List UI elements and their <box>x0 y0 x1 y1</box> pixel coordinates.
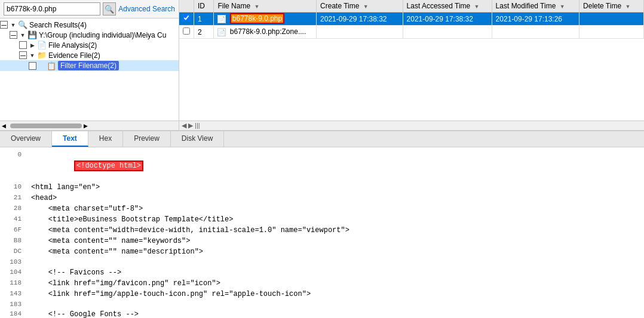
line-offset: 41 <box>2 214 24 224</box>
col-filename-header[interactable]: File Name ▼ <box>214 0 317 13</box>
line-text: <title>eBusiness Bootstrap Template</tit… <box>31 214 233 225</box>
tree-item-evidence-file[interactable]: ─ ▼ 📁 Evidence File(2) <box>0 50 179 60</box>
table-header-row: ID File Name ▼ Create Time ▼ L <box>179 0 644 13</box>
scroll-thumb[interactable] <box>10 124 82 128</box>
line-text: <!doctype html> <box>31 150 143 182</box>
line-offset: 104 <box>2 267 24 277</box>
line-text: <!-- Favicons --> <box>31 267 121 278</box>
advanced-search-link[interactable]: Advanced Search <box>118 5 175 13</box>
tree-item-filter-filename[interactable]: 📋 Filter Filename(2) <box>0 60 179 71</box>
line-offset: 10 <box>2 182 24 192</box>
row-checkbox[interactable] <box>183 27 190 35</box>
main-layout: 🔍 Advanced Search ─ ▼ 🔍 Search Results(4… <box>0 0 644 318</box>
col-delete-header[interactable]: Delete Time ▼ <box>579 0 644 13</box>
row-accessed-cell: 2021-09-29 17:38:32 <box>403 13 492 26</box>
code-line: 143 <link href="img/apple-touch-icon.png… <box>0 289 644 300</box>
tree-item-search-results[interactable]: ─ ▼ 🔍 Search Results(4) <box>0 20 179 30</box>
tree-expand[interactable]: ▼ <box>28 51 36 60</box>
row-modified-cell: 2021-09-29 17:13:26 <box>492 13 579 26</box>
col-accessed-header[interactable]: Last Accessed Time ▼ <box>403 0 492 13</box>
code-line: 10 <html lang="en"> <box>0 182 644 193</box>
text-content-area[interactable]: 0 <!doctype html> 10 <html lang="en"> 21… <box>0 147 644 318</box>
scroll-right-arrow[interactable]: ▶ <box>82 123 90 129</box>
tree-icon: 💾 <box>27 30 37 39</box>
line-text: <head> <box>31 193 57 203</box>
code-highlight: <!doctype html> <box>74 160 143 171</box>
line-offset: 143 <box>2 289 24 299</box>
tree-checkbox[interactable] <box>19 41 27 49</box>
code-line: 21 <head> <box>0 193 644 203</box>
line-offset: B8 <box>2 236 24 246</box>
tree-icon: 🔍 <box>18 20 27 29</box>
row-id-cell: 1 <box>194 13 214 26</box>
code-line: 41 <title>eBusiness Bootstrap Template</… <box>0 214 644 225</box>
code-line: 6F <meta content="width=device-width, in… <box>0 225 644 236</box>
row-accessed-cell <box>403 26 492 39</box>
file-table: ID File Name ▼ Create Time ▼ L <box>179 0 644 39</box>
row-create-cell <box>317 26 403 39</box>
tree-item-file-analysis[interactable]: ▶ 📄 File Analysis(2) <box>0 40 179 50</box>
line-text: <!-- Google Fonts --> <box>31 309 139 318</box>
tab-disk-view[interactable]: Disk View <box>171 131 224 147</box>
line-text: <meta charset="utf-8"> <box>31 203 143 214</box>
tree-label: Search Results(4) <box>29 21 87 29</box>
tree-expand[interactable]: ▶ <box>28 41 36 50</box>
row-create-cell: 2021-09-29 17:38:32 <box>317 13 403 26</box>
tree-item-group[interactable]: ─ ▼ 💾 Y:\Group (including individual)\Me… <box>0 30 179 40</box>
col-create-header[interactable]: Create Time ▼ <box>317 0 403 13</box>
col-modified-header[interactable]: Last Modified Time ▼ <box>492 0 579 13</box>
row-modified-cell <box>492 26 579 39</box>
search-input[interactable] <box>4 2 100 16</box>
right-panel: ID File Name ▼ Create Time ▼ L <box>179 0 644 130</box>
row-checkbox-cell[interactable] <box>179 13 194 26</box>
line-offset: 183 <box>2 300 24 310</box>
accessed-sort-icon: ▼ <box>474 4 480 10</box>
tree-checkbox[interactable] <box>29 62 36 70</box>
tree-icon: 📋 <box>47 61 56 70</box>
search-bar: 🔍 Advanced Search <box>0 0 179 18</box>
table-row[interactable]: 1 📄 b6778k-9.0.php 2021-09-29 17:38:32 2… <box>179 13 644 26</box>
tab-preview[interactable]: Preview <box>123 131 171 147</box>
file-icon: 📄 <box>217 15 226 23</box>
line-text: <meta content="" name="keywords"> <box>31 236 190 246</box>
tab-overview[interactable]: Overview <box>0 131 52 147</box>
tab-hex[interactable]: Hex <box>88 131 123 147</box>
line-text: <link href="img/favicon.png" rel="icon"> <box>31 278 220 289</box>
line-text: <meta content="width=device-width, initi… <box>31 225 349 236</box>
table-row[interactable]: 2 📄 b6778k-9.0.php:Zone.... <box>179 26 644 39</box>
top-area: 🔍 Advanced Search ─ ▼ 🔍 Search Results(4… <box>0 0 644 131</box>
tree-checkbox[interactable]: ─ <box>19 51 27 59</box>
create-sort-icon: ▼ <box>363 4 369 10</box>
tree-area: ─ ▼ 🔍 Search Results(4) ─ ▼ 💾 Y:\Group (… <box>0 18 179 121</box>
line-offset: 28 <box>2 203 24 214</box>
line-offset: 21 <box>2 193 24 203</box>
delete-sort-icon: ▼ <box>625 4 630 10</box>
table-horizontal-scrollbar[interactable]: ◀ ▶ ||| <box>179 121 644 130</box>
col-checkbox-header[interactable] <box>179 0 194 13</box>
code-line: 118 <link href="img/favicon.png" rel="ic… <box>0 278 644 289</box>
scroll-indicator: ◀ ▶ ||| <box>182 122 200 129</box>
filename-sort-icon: ▼ <box>254 4 259 10</box>
search-button[interactable]: 🔍 <box>103 2 116 16</box>
tab-text[interactable]: Text <box>52 131 88 147</box>
file-icon: 📄 <box>217 28 226 36</box>
tree-icon: 📄 <box>37 41 47 50</box>
tree-label: File Analysis(2) <box>48 41 97 50</box>
row-checkbox[interactable] <box>183 14 190 21</box>
row-checkbox-cell[interactable] <box>179 26 194 39</box>
table-scroll-area[interactable]: ID File Name ▼ Create Time ▼ L <box>179 0 644 121</box>
row-filename-cell[interactable]: 📄 b6778k-9.0.php:Zone.... <box>214 26 317 39</box>
tree-expand[interactable]: ▼ <box>9 21 17 29</box>
line-offset: 0 <box>2 150 24 160</box>
tree-checkbox[interactable]: ─ <box>10 31 17 39</box>
filename-text: b6778k-9.0.php <box>230 13 284 24</box>
horizontal-scrollbar[interactable]: ◀ ▶ <box>0 121 179 130</box>
line-text: <meta content="" name="description"> <box>31 246 203 257</box>
tree-expand[interactable]: ▼ <box>19 31 27 39</box>
row-filename-cell[interactable]: 📄 b6778k-9.0.php <box>214 13 317 26</box>
scroll-left-arrow[interactable]: ◀ <box>0 123 8 129</box>
tree-checkbox[interactable]: ─ <box>0 21 8 29</box>
modified-sort-icon: ▼ <box>560 4 565 10</box>
col-id-header[interactable]: ID <box>194 0 214 13</box>
tree-expand[interactable] <box>38 61 46 70</box>
